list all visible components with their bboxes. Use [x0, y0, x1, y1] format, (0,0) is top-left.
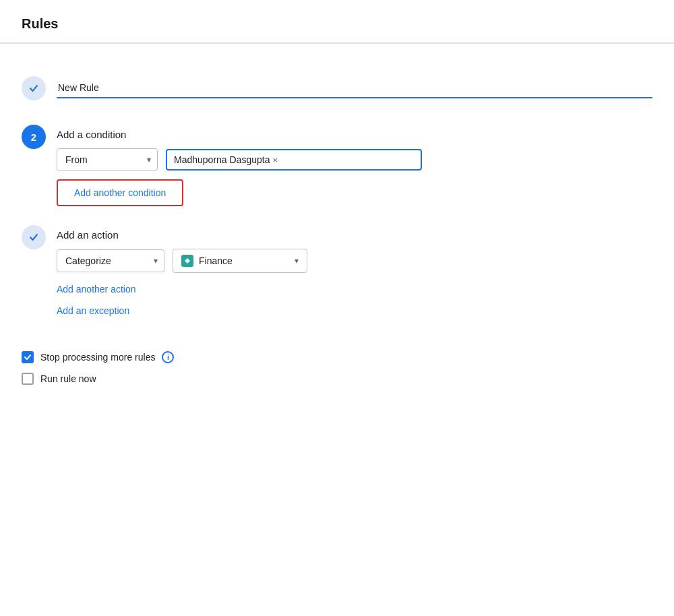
add-exception-label: Add an exception — [57, 305, 129, 316]
from-dropdown-wrapper: From Subject To Body ▾ — [57, 148, 158, 171]
action-dropdown-wrapper: Categorize Move to Delete Mark as read ▾ — [57, 249, 164, 272]
header-separator — [0, 43, 674, 44]
svg-marker-0 — [185, 258, 190, 264]
stop-processing-checkbox[interactable] — [22, 351, 34, 363]
page-header: Rules — [0, 0, 674, 43]
stop-processing-row: Stop processing more rules i — [22, 351, 652, 363]
finance-icon — [181, 255, 193, 267]
page-container: Rules 2 Add a condition — [0, 0, 674, 616]
action-dropdown[interactable]: Categorize Move to Delete Mark as read — [57, 249, 164, 272]
rule-name-row — [22, 76, 652, 106]
content-area: 2 Add a condition From Subject To Body ▾ — [0, 60, 674, 410]
condition-content: Add a condition From Subject To Body ▾ — [57, 125, 652, 209]
add-exception-button[interactable]: Add an exception — [57, 303, 129, 319]
check-icon — [28, 83, 39, 94]
finance-label: Finance — [199, 255, 289, 266]
add-another-condition-label: Add another condition — [74, 187, 166, 198]
tag-text: Madhuporna Dasgupta — [174, 154, 270, 165]
action-section-row: Add an action Categorize Move to Delete … — [22, 225, 652, 324]
finance-chevron-icon: ▾ — [295, 256, 299, 266]
stop-processing-check-icon — [24, 353, 32, 361]
condition-row: From Subject To Body ▾ Madhuporna Dasgup… — [57, 148, 652, 171]
info-icon[interactable]: i — [162, 351, 174, 363]
tag-madhuporna: Madhuporna Dasgupta × — [174, 154, 278, 165]
stop-processing-label: Stop processing more rules — [40, 352, 155, 363]
from-dropdown[interactable]: From Subject To Body — [57, 148, 158, 171]
page-title: Rules — [22, 16, 58, 31]
condition-section-row: 2 Add a condition From Subject To Body ▾ — [22, 125, 652, 209]
condition-label: Add a condition — [57, 125, 652, 140]
step2-circle: 2 — [22, 125, 46, 149]
run-rule-checkbox[interactable] — [22, 373, 34, 385]
add-another-action-label: Add another action — [57, 284, 136, 295]
add-another-action-button[interactable]: Add another action — [57, 281, 136, 297]
action-label: Add an action — [57, 225, 652, 241]
info-icon-text: i — [167, 353, 169, 361]
action-content-row: Categorize Move to Delete Mark as read ▾ — [57, 249, 652, 273]
run-rule-label: Run rule now — [40, 373, 96, 384]
step1-circle — [22, 76, 46, 100]
action-content: Add an action Categorize Move to Delete … — [57, 225, 652, 324]
run-rule-row: Run rule now — [22, 373, 652, 385]
finance-dropdown[interactable]: Finance ▾ — [173, 249, 307, 273]
tag-input-field[interactable]: Madhuporna Dasgupta × — [166, 149, 422, 171]
add-another-condition-button[interactable]: Add another condition — [57, 179, 183, 206]
rule-name-input[interactable] — [57, 78, 652, 98]
checkboxes-section: Stop processing more rules i Run rule no… — [22, 346, 652, 385]
step3-circle — [22, 225, 46, 249]
tag-close-icon[interactable]: × — [272, 156, 278, 164]
action-check-icon — [28, 232, 39, 243]
step2-number: 2 — [31, 131, 36, 143]
tag-text-input[interactable] — [283, 154, 414, 165]
tag-icon — [183, 257, 191, 265]
